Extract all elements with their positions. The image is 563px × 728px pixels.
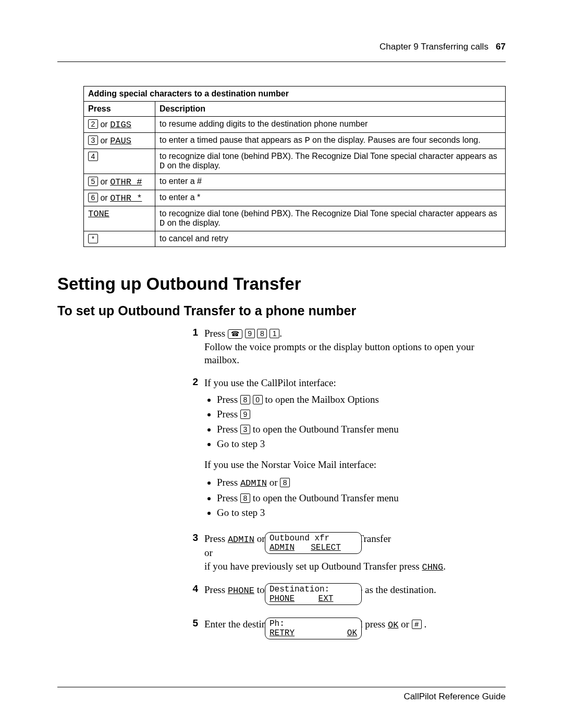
softkey-label: CHNG xyxy=(422,562,443,572)
page-footer: CallPilot Reference Guide xyxy=(57,687,506,702)
softkey-label: OK xyxy=(388,620,398,630)
chapter-label: Chapter 9 Transferring calls xyxy=(380,42,488,52)
list-item: Press 8 0 to open the Mailbox Options xyxy=(217,393,506,406)
keycap-icon: 3 xyxy=(240,425,250,434)
keycap-icon: 4 xyxy=(88,152,98,161)
lcd-softkey: RETRY xyxy=(270,628,295,638)
section-heading: Setting up Outbound Transfer xyxy=(57,274,506,294)
lcd-line1: Ph: xyxy=(270,619,357,628)
lcd-display: Destination: PHONE EXT xyxy=(265,583,362,605)
press-cell: 3 or PAUS xyxy=(84,133,155,149)
lcd-display: Ph: RETRY OK xyxy=(265,618,362,639)
table-row: * to cancel and retry xyxy=(84,231,506,247)
steps-list: 1 Press ☎ 9 8 1. Follow the voice prompt… xyxy=(182,327,506,643)
intertext: If you use the Norstar Voice Mail interf… xyxy=(204,458,506,472)
table-row: 4 to recognize dial tone (behind PBX). T… xyxy=(84,149,506,174)
desc-cell: to resume adding digits to the destinati… xyxy=(155,117,506,133)
press-cell: 5 or OTHR # xyxy=(84,174,155,190)
bullet-list: Press 8 0 to open the Mailbox Options Pr… xyxy=(217,393,506,451)
press-cell: TONE xyxy=(84,206,155,231)
lcd-softkey: ADMIN xyxy=(270,543,295,552)
list-item: Press 9 xyxy=(217,408,506,421)
page-header: Chapter 9 Transferring calls 67 xyxy=(57,42,506,52)
table-row: 2 or DIGS to resume adding digits to the… xyxy=(84,117,506,133)
display-screen-4: Destination: PHONE EXT xyxy=(265,583,362,605)
keycap-icon: # xyxy=(412,620,422,629)
softkey-label: OTHR xyxy=(110,193,131,203)
softkey-label: DIGS xyxy=(110,120,131,130)
step-2: 2 If you use the CallPilot interface: Pr… xyxy=(182,376,506,523)
step-1: 1 Press ☎ 9 8 1. Follow the voice prompt… xyxy=(182,327,506,367)
table-row: 3 or PAUS to enter a timed pause that ap… xyxy=(84,133,506,149)
lcd-line1: Destination: xyxy=(270,585,357,594)
press-cell: 6 or OTHR * xyxy=(84,190,155,206)
keycap-icon: 8 xyxy=(240,493,250,503)
table-title: Adding special characters to a destinati… xyxy=(84,87,506,102)
softkey-label: PHONE xyxy=(228,586,254,596)
table-header-row: Press Description xyxy=(84,102,506,117)
special-chars-table: Adding special characters to a destinati… xyxy=(83,86,506,247)
softkey-label: ADMIN xyxy=(240,478,267,488)
desc-cell: to enter a # xyxy=(155,174,506,190)
page: Chapter 9 Transferring calls 67 Adding s… xyxy=(0,0,563,728)
softkey-label: ADMIN xyxy=(228,535,254,545)
step-number: 4 xyxy=(182,583,198,608)
list-item: Press 3 to open the Outbound Transfer me… xyxy=(217,423,506,436)
step-number: 3 xyxy=(182,532,198,574)
keycap-icon: 8 xyxy=(280,478,290,487)
keycap-icon: 5 xyxy=(88,177,98,186)
desc-cell: to enter a timed pause that appears as P… xyxy=(155,133,506,149)
lcd-softkey: PHONE xyxy=(270,594,295,603)
step-number: 5 xyxy=(182,618,198,643)
lcd-line2: ADMIN SELECT xyxy=(270,543,357,552)
keycap-icon: 6 xyxy=(88,193,98,202)
table-title-row: Adding special characters to a destinati… xyxy=(84,87,506,102)
display-screen-3: Outbound xfr ADMIN SELECT xyxy=(265,532,362,554)
lcd-line1: Outbound xfr xyxy=(270,534,357,543)
keycap-icon: 2 xyxy=(88,119,98,129)
keycap-icon: 3 xyxy=(88,135,98,145)
lcd-display: Outbound xfr ADMIN SELECT xyxy=(265,532,362,554)
desc-cell: to recognize dial tone (behind PBX). The… xyxy=(155,149,506,174)
bullet-list: Press ADMIN or 8 Press 8 to open the Out… xyxy=(217,476,506,520)
softkey-label: TONE xyxy=(88,209,109,219)
step-number: 1 xyxy=(182,327,198,367)
keycap-icon: * xyxy=(88,234,98,243)
col-press-header: Press xyxy=(84,102,155,117)
keycap-icon: 9 xyxy=(245,329,255,338)
special-chars-table-wrap: Adding special characters to a destinati… xyxy=(83,86,506,247)
list-item: Go to step 3 xyxy=(217,437,506,451)
lcd-softkey: SELECT xyxy=(311,543,341,552)
footer-text: CallPilot Reference Guide xyxy=(403,692,506,701)
press-cell: 2 or DIGS xyxy=(84,117,155,133)
display-screen-5: Ph: RETRY OK xyxy=(265,618,362,639)
col-desc-header: Description xyxy=(155,102,506,117)
table-row: 5 or OTHR # to enter a # xyxy=(84,174,506,190)
press-cell: * xyxy=(84,231,155,247)
keycap-icon: 0 xyxy=(253,395,263,404)
list-item: Go to step 3 xyxy=(217,506,506,520)
desc-cell: to cancel and retry xyxy=(155,231,506,247)
keycap-icon: 1 xyxy=(270,329,279,338)
keycap-icon: 8 xyxy=(257,329,267,338)
lcd-softkey: OK xyxy=(347,628,357,638)
step-number: 2 xyxy=(182,376,198,523)
feature-key-icon: ☎ xyxy=(228,329,242,339)
keycap-icon: 8 xyxy=(240,395,250,404)
desc-cell: to recognize dial tone (behind PBX). The… xyxy=(155,206,506,231)
table-row: TONE to recognize dial tone (behind PBX)… xyxy=(84,206,506,231)
keycap-icon: 9 xyxy=(240,410,250,419)
table-row: 6 or OTHR * to enter a * xyxy=(84,190,506,206)
header-rule xyxy=(57,61,506,62)
lcd-softkey: EXT xyxy=(319,594,334,603)
step-body: If you use the CallPilot interface: Pres… xyxy=(204,376,506,523)
subsection-heading: To set up Outbound Transfer to a phone n… xyxy=(57,303,506,318)
softkey-label: OTHR xyxy=(110,177,131,187)
step-body: Press ☎ 9 8 1. Follow the voice prompts … xyxy=(204,327,506,367)
list-item: Press 8 to open the Outbound Transfer me… xyxy=(217,491,506,505)
desc-cell: to enter a * xyxy=(155,190,506,206)
list-item: Press ADMIN or 8 xyxy=(217,476,506,490)
page-number: 67 xyxy=(496,42,506,52)
softkey-label: PAUS xyxy=(110,136,131,146)
lcd-line2: RETRY OK xyxy=(270,628,357,638)
